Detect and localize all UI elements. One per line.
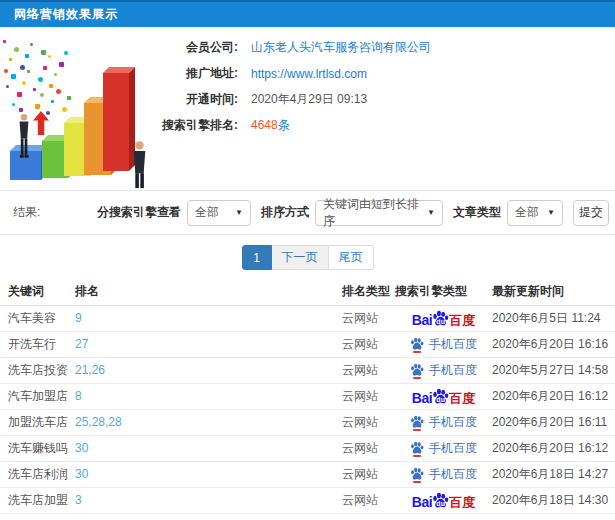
- rank-link[interactable]: 30: [75, 467, 88, 481]
- chevron-down-icon: ▼: [235, 208, 243, 217]
- sort-select[interactable]: 关键词由短到长排序 ▼: [315, 200, 443, 226]
- rank-link[interactable]: 8: [75, 389, 82, 403]
- promo-url-link[interactable]: https://www.lrtlsd.com: [251, 67, 367, 81]
- pagination: 1 下一页 尾页: [242, 245, 374, 270]
- header-rank: 排名: [75, 278, 342, 305]
- header-rank-type: 排名类型: [342, 278, 395, 305]
- mobile-baidu-label: 手机百度: [429, 442, 477, 454]
- rank-link[interactable]: 25,28,28: [75, 415, 122, 429]
- engine-type-cell: Baidu百度: [395, 383, 492, 409]
- rank-link[interactable]: 21,26: [75, 363, 105, 377]
- header-keyword: 关键词: [0, 278, 75, 305]
- baidu-logo: Baidu百度: [412, 492, 475, 509]
- table-header-row: 关键词 排名 排名类型 搜索引擎类型 最新更新时间: [0, 278, 615, 305]
- filter-controls: 分搜索引擎查看 全部 ▼ 排序方式 关键词由短到长排序 ▼ 文章类型 全部 ▼ …: [87, 200, 609, 226]
- baidu-du-text: du: [432, 318, 449, 325]
- update-time-cell: 2020年6月20日 16:11: [492, 409, 615, 435]
- next-page-button[interactable]: 下一页: [272, 245, 329, 270]
- open-time-value: 2020年4月29日 09:13: [251, 91, 367, 108]
- mobile-baidu-label: 手机百度: [429, 338, 477, 350]
- mobile-baidu-paw-badge: [410, 415, 424, 429]
- member-company-link[interactable]: 山东老人头汽车服务咨询有限公司: [251, 39, 431, 56]
- engine-type-cell: 手机百度: [395, 409, 492, 435]
- table-row: 加盟洗车店25,28,28云网站手机百度2020年6月20日 16:11: [0, 409, 615, 435]
- baidu-paw-badge: du: [432, 388, 449, 405]
- baidu-du-text: du: [432, 396, 449, 403]
- mobile-baidu-paw-icon: [410, 441, 424, 455]
- rank-cell: 27: [75, 331, 342, 357]
- rank-type-cell: 云网站: [342, 305, 395, 331]
- rank-type-cell: 云网站: [342, 331, 395, 357]
- baidu-logo: Baidu百度: [412, 388, 475, 405]
- mobile-baidu-label: 手机百度: [429, 468, 477, 480]
- mobile-baidu-logo: 手机百度: [410, 415, 477, 429]
- mobile-baidu-paw-badge: [410, 467, 424, 481]
- header-update-time: 最新更新时间: [492, 278, 615, 305]
- mobile-baidu-logo: 手机百度: [410, 441, 477, 455]
- engine-rank-row: 搜索引擎排名: 4648条: [0, 117, 615, 134]
- baidu-logo-text: Bai: [412, 495, 432, 509]
- page-title: 网络营销效果展示: [14, 6, 118, 23]
- engine-rank-value: 4648条: [251, 117, 290, 134]
- update-time-cell: 2020年6月5日 11:24: [492, 305, 615, 331]
- article-type-select[interactable]: 全部 ▼: [507, 200, 563, 226]
- mobile-baidu-paw-badge: [410, 337, 424, 351]
- rank-cell: 21,26: [75, 357, 342, 383]
- rank-type-cell: 云网站: [342, 409, 395, 435]
- mobile-baidu-logo: 手机百度: [410, 337, 477, 351]
- businessman-right-figure: [129, 140, 150, 188]
- keyword-cell: 洗车店利润: [0, 461, 75, 487]
- submit-button[interactable]: 提交: [573, 200, 609, 226]
- mobile-baidu-label: 手机百度: [429, 364, 477, 376]
- update-time-cell: 2020年6月20日 16:12: [492, 435, 615, 461]
- rank-type-cell: 云网站: [342, 435, 395, 461]
- mobile-baidu-paw-icon: [410, 467, 424, 481]
- baidu-cn-text: 百度: [449, 392, 475, 405]
- rank-type-cell: 云网站: [342, 487, 395, 513]
- keyword-cell: 洗车店投资: [0, 357, 75, 383]
- rank-cell: 9: [75, 305, 342, 331]
- rank-cell: 25,28,28: [75, 409, 342, 435]
- table-row: 洗车赚钱吗30云网站手机百度2020年6月20日 16:12: [0, 435, 615, 461]
- chevron-down-icon: ▼: [427, 208, 435, 217]
- rank-cell: 8: [75, 383, 342, 409]
- baidu-paw-badge: du: [432, 492, 449, 509]
- engine-type-cell: Baidu百度: [395, 305, 492, 331]
- rank-count-unit: 条: [278, 118, 290, 132]
- table-row: 汽车加盟店8云网站Baidu百度2020年6月20日 16:12: [0, 383, 615, 409]
- filter-bar: 结果: 分搜索引擎查看 全部 ▼ 排序方式 关键词由短到长排序 ▼ 文章类型 全…: [0, 191, 615, 235]
- engine-filter-value: 全部: [195, 204, 219, 221]
- mobile-baidu-paw-badge: [410, 441, 424, 455]
- baidu-logo-text: Bai: [412, 391, 432, 405]
- rank-link[interactable]: 3: [75, 493, 82, 507]
- baidu-logo-text: Bai: [412, 313, 432, 327]
- member-info-panel: 会员公司: 山东老人头汽车服务咨询有限公司 推广地址: https://www.…: [0, 27, 615, 191]
- keyword-cell: 洗车店加盟: [0, 487, 75, 513]
- member-company-label: 会员公司:: [0, 39, 238, 56]
- rank-type-cell: 云网站: [342, 461, 395, 487]
- table-row: 洗车店利润30云网站手机百度2020年6月18日 14:27: [0, 461, 615, 487]
- engine-type-cell: 手机百度: [395, 435, 492, 461]
- member-info-rows: 会员公司: 山东老人头汽车服务咨询有限公司 推广地址: https://www.…: [0, 39, 615, 143]
- keyword-ranking-table: 关键词 排名 排名类型 搜索引擎类型 最新更新时间 汽车美容9云网站Baidu百…: [0, 278, 615, 514]
- table-row: 汽车美容9云网站Baidu百度2020年6月5日 11:24: [0, 305, 615, 331]
- page-1-button[interactable]: 1: [242, 245, 272, 270]
- last-page-button[interactable]: 尾页: [329, 245, 374, 270]
- sort-value: 关键词由短到长排序: [323, 196, 420, 230]
- rank-link[interactable]: 27: [75, 337, 88, 351]
- rank-link[interactable]: 9: [75, 311, 82, 325]
- baidu-cn-text: 百度: [449, 314, 475, 327]
- mobile-baidu-paw-badge: [410, 363, 424, 377]
- engine-type-cell: 手机百度: [395, 331, 492, 357]
- promo-url-label: 推广地址:: [0, 65, 238, 82]
- engine-filter-label: 分搜索引擎查看: [97, 204, 181, 221]
- mobile-baidu-paw-icon: [410, 363, 424, 377]
- engine-rank-label: 搜索引擎排名:: [0, 117, 238, 134]
- mobile-baidu-paw-icon: [410, 415, 424, 429]
- baidu-cn-text: 百度: [449, 496, 475, 509]
- engine-filter-select[interactable]: 全部 ▼: [187, 200, 251, 226]
- rank-cell: 3: [75, 487, 342, 513]
- table-row: 洗车店加盟3云网站Baidu百度2020年6月18日 14:30: [0, 487, 615, 513]
- rank-link[interactable]: 30: [75, 441, 88, 455]
- sort-label: 排序方式: [261, 204, 309, 221]
